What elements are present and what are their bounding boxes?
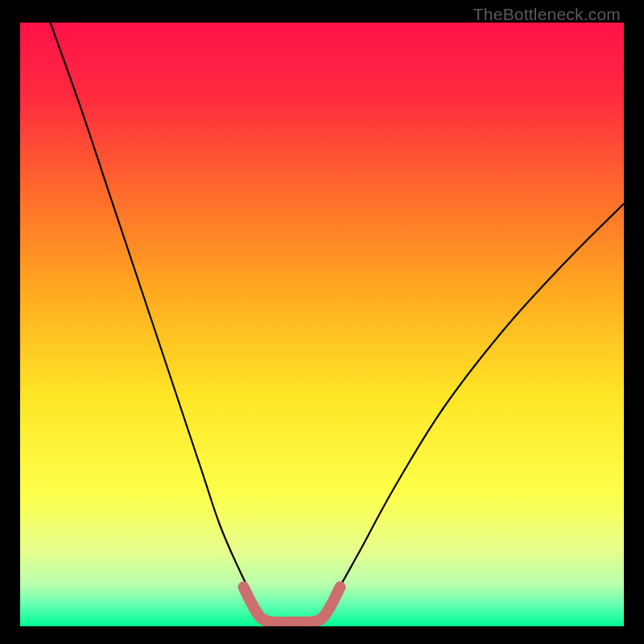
chart-svg <box>20 23 624 626</box>
frame: TheBottleneck.com <box>0 0 644 644</box>
series-left-curve <box>51 23 268 621</box>
plot-area <box>20 23 624 626</box>
watermark-text: TheBottleneck.com <box>473 5 621 24</box>
series-trough-highlight <box>244 587 341 622</box>
series-right-curve <box>316 204 625 621</box>
